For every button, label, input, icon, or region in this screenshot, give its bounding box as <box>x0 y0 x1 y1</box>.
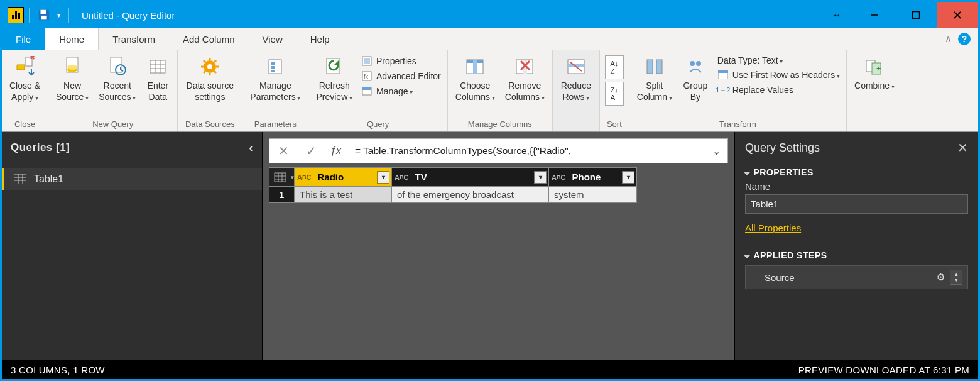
column-filter-icon[interactable]: ▾ <box>534 171 547 184</box>
svg-point-55 <box>696 61 701 66</box>
formula-cancel-icon[interactable]: ✕ <box>270 143 297 158</box>
step-nav-icon[interactable]: ▴▾ <box>950 270 962 285</box>
ribbon-group-data-sources: Data source settings Data Sources <box>178 50 242 131</box>
reduce-rows-button[interactable]: Reduce Rows <box>557 53 596 118</box>
column-header-radio[interactable]: ABCRadio▾ <box>295 168 392 187</box>
formula-expand-icon[interactable]: ⌄ <box>705 145 727 157</box>
resize-hint-icon: ↔ <box>820 10 854 20</box>
manage-query-button[interactable]: Manage <box>359 84 444 98</box>
ribbon-group-label: Close <box>6 118 44 130</box>
recent-sources-button[interactable]: Recent Sources <box>95 53 139 118</box>
remove-columns-button[interactable]: Remove Columns <box>501 53 548 118</box>
cell[interactable]: system <box>549 187 637 203</box>
cell[interactable]: of the emergency broadcast <box>392 187 549 203</box>
svg-text:✖: ✖ <box>30 56 35 61</box>
sort-desc-button[interactable]: Z↓A <box>605 82 624 106</box>
query-name-input[interactable] <box>745 194 968 214</box>
ribbon: ✖ Close & Apply Close New Source Recent … <box>2 50 978 132</box>
properties-button[interactable]: Properties <box>359 54 444 68</box>
properties-section-title[interactable]: PROPERTIES <box>745 167 968 177</box>
svg-text:+: + <box>876 64 881 73</box>
svg-rect-52 <box>647 60 653 74</box>
query-item-table1[interactable]: Table1 <box>2 168 262 190</box>
ribbon-group-parameters: Manage Parameters Parameters <box>242 50 308 131</box>
query-item-label: Table1 <box>34 174 63 185</box>
close-button[interactable] <box>937 2 978 28</box>
column-filter-icon[interactable]: ▾ <box>377 171 389 184</box>
data-source-settings-button[interactable]: Data source settings <box>182 53 238 118</box>
tab-home[interactable]: Home <box>45 28 99 50</box>
qat-dropdown[interactable]: ▾ <box>55 11 63 19</box>
properties-icon <box>361 55 373 67</box>
close-settings-icon[interactable]: ✕ <box>957 140 968 155</box>
tab-help[interactable]: Help <box>297 28 344 50</box>
formula-accept-icon[interactable]: ✓ <box>297 143 325 158</box>
close-apply-button[interactable]: ✖ Close & Apply <box>6 53 44 118</box>
gear-icon[interactable]: ⚙ <box>937 272 945 283</box>
column-header-phone[interactable]: ABCPhone▾ <box>549 168 637 187</box>
query-list: Table1 <box>2 163 262 195</box>
manage-label: Manage <box>376 86 413 96</box>
ribbon-group-label: Data Sources <box>182 118 238 130</box>
column-name: TV <box>411 172 534 182</box>
replace-values-button[interactable]: 1→2 Replace Values <box>715 83 842 97</box>
advanced-editor-button[interactable]: fx Advanced Editor <box>359 69 444 83</box>
name-label: Name <box>745 181 968 192</box>
svg-rect-66 <box>275 173 286 182</box>
status-right: PREVIEW DOWNLOADED AT 6:31 PM <box>798 365 969 375</box>
tab-file[interactable]: File <box>2 28 45 50</box>
ribbon-group-label: Parameters <box>246 118 304 130</box>
help-icon[interactable]: ? <box>958 33 971 45</box>
all-properties-link[interactable]: All Properties <box>745 223 801 233</box>
ribbon-group-transform: Split Column Group By Data Type: Text Us… <box>629 50 847 131</box>
properties-label: Properties <box>376 56 416 66</box>
tab-add-column[interactable]: Add Column <box>169 28 249 50</box>
ribbon-group-close: ✖ Close & Apply Close <box>2 50 48 131</box>
svg-line-28 <box>204 71 205 73</box>
manage-parameters-button[interactable]: Manage Parameters <box>246 53 304 118</box>
column-header-tv[interactable]: ABCTV▾ <box>392 168 549 187</box>
type-icon: ABC <box>549 174 569 181</box>
replace-icon: 1→2 <box>717 84 729 96</box>
svg-rect-53 <box>656 60 662 74</box>
table-row[interactable]: 1 This is a test of the emergency broadc… <box>270 187 637 203</box>
applied-steps-title[interactable]: APPLIED STEPS <box>745 250 968 260</box>
first-row-headers-button[interactable]: Use First Row as Headers <box>715 68 842 82</box>
formula-bar: ✕ ✓ ƒx = Table.TransformColumnTypes(Sour… <box>269 138 728 163</box>
fx-icon[interactable]: ƒx <box>325 139 347 163</box>
cell[interactable]: This is a test <box>295 187 392 203</box>
refresh-preview-button[interactable]: Refresh Preview <box>312 53 356 118</box>
group-by-button[interactable]: Group By <box>678 53 712 118</box>
status-left: 3 COLUMNS, 1 ROW <box>11 365 105 375</box>
ribbon-group-manage-columns: Choose Columns Remove Columns Manage Col… <box>448 50 553 131</box>
data-type-button[interactable]: Data Type: Text <box>715 54 842 67</box>
choose-columns-button[interactable]: Choose Columns <box>452 53 499 118</box>
collapse-queries-icon[interactable]: ‹ <box>249 141 254 155</box>
split-column-button[interactable]: Split Column <box>633 53 676 118</box>
svg-point-11 <box>67 65 77 70</box>
minimize-button[interactable] <box>854 2 895 28</box>
enter-data-button[interactable]: Enter Data <box>142 53 173 118</box>
formula-text[interactable]: = Table.TransformColumnTypes(Source,{{"R… <box>347 145 705 157</box>
column-filter-icon[interactable]: ▾ <box>622 171 634 184</box>
ribbon-collapse-icon[interactable]: ∧ <box>945 33 952 45</box>
queries-title: Queries [1] <box>11 141 70 154</box>
replace-label: Replace Values <box>732 85 793 95</box>
queries-panel: Queries [1] ‹ Table1 <box>2 132 263 360</box>
titlebar: ▾ Untitled - Query Editor ↔ <box>2 2 978 28</box>
combine-button[interactable]: + Combine <box>851 53 898 118</box>
ribbon-group-reduce-rows: Reduce Rows <box>553 50 600 131</box>
svg-rect-2 <box>41 16 46 19</box>
app-icon[interactable] <box>8 7 24 23</box>
maximize-button[interactable] <box>895 2 937 28</box>
row-header-corner[interactable]: ▾ <box>270 168 295 187</box>
tab-transform[interactable]: Transform <box>99 28 169 50</box>
new-source-button[interactable]: New Source <box>52 53 92 118</box>
query-settings-title: Query Settings <box>745 141 820 155</box>
qat-separator <box>29 8 30 23</box>
sort-asc-button[interactable]: A↓Z <box>605 55 624 79</box>
tab-view[interactable]: View <box>249 28 297 50</box>
save-button[interactable] <box>35 8 53 22</box>
applied-step-source[interactable]: Source ⚙ ▴▾ <box>745 265 968 289</box>
step-label: Source <box>765 272 795 283</box>
